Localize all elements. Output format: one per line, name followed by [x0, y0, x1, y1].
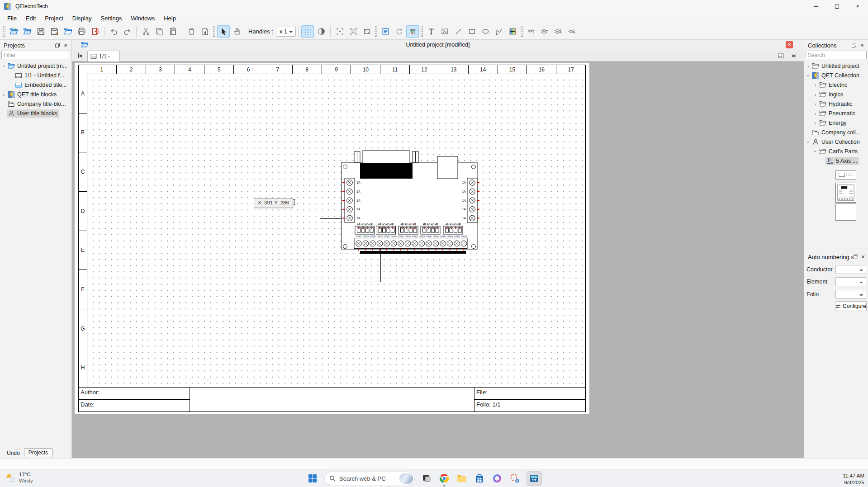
project-item-1-1-untitled-f[interactable]: ›1/1 - Untitled f... — [0, 71, 71, 80]
collection-item-untitled-project[interactable]: ›Untitled project — [804, 61, 868, 71]
float-panel-icon[interactable] — [853, 253, 860, 261]
menu-file[interactable]: File — [3, 14, 21, 23]
select-visible-button[interactable] — [333, 25, 346, 38]
menu-help[interactable]: Help — [159, 14, 180, 23]
paste-button[interactable] — [166, 25, 179, 38]
menu-display[interactable]: Display — [68, 14, 96, 23]
copilot-icon[interactable] — [491, 473, 503, 484]
bring-front-button[interactable] — [525, 25, 537, 38]
taskbar-clock[interactable]: 11:47 AM 9/4/2025 — [843, 473, 864, 486]
open-file-button[interactable] — [62, 25, 74, 38]
chevron-down-icon[interactable]: › — [1, 63, 7, 69]
float-panel-icon[interactable] — [53, 41, 62, 49]
tab-projects[interactable]: Projects — [24, 448, 52, 457]
close-panel-icon[interactable]: × — [858, 41, 866, 49]
chevron-right-icon[interactable]: › — [805, 63, 811, 69]
background-toggle-button[interactable] — [315, 25, 327, 38]
taskbar-search[interactable]: Search web & PC — [324, 472, 415, 485]
close-panel-icon[interactable]: × — [859, 253, 867, 261]
first-folio-icon[interactable]: ◀ — [76, 52, 84, 59]
folio-size-icon[interactable] — [777, 52, 784, 59]
select-invert-button[interactable] — [360, 25, 373, 38]
collection-item-electric[interactable]: ›Electric — [804, 80, 868, 90]
part-thumbnail-3[interactable] — [835, 203, 856, 221]
chevron-right-icon[interactable]: › — [812, 82, 818, 88]
toolbar-drag-handle[interactable] — [3, 26, 5, 37]
configure-button[interactable]: Configure — [835, 301, 867, 311]
snipping-tool-icon[interactable] — [509, 473, 521, 484]
selection-tool-button[interactable] — [217, 25, 230, 38]
active-app-icon[interactable] — [526, 471, 542, 486]
chrome-icon[interactable] — [438, 473, 450, 484]
menu-edit[interactable]: Edit — [21, 14, 40, 23]
add-terminal-button[interactable] — [506, 25, 519, 38]
last-folio-icon[interactable]: ▶ — [791, 52, 798, 59]
maximize-button[interactable] — [826, 0, 847, 13]
task-view-icon[interactable] — [421, 473, 432, 484]
delete-button[interactable] — [185, 25, 198, 38]
lower-button[interactable] — [552, 25, 564, 38]
new-project-button[interactable] — [7, 25, 20, 38]
add-ellipse-button[interactable] — [479, 25, 492, 38]
tab-undo[interactable]: Undo — [3, 449, 24, 457]
chevron-down-icon[interactable]: › — [813, 148, 818, 154]
breakout-board-element[interactable]: 1A1A1A1A1A1A1A1A1A1A1B 1A 2A 2B1B 1A 2A … — [317, 149, 479, 255]
toolbar-drag-handle[interactable] — [213, 26, 215, 37]
grid-toggle-button[interactable] — [301, 25, 314, 38]
cut-button[interactable] — [139, 25, 152, 38]
subwindow-close-icon[interactable]: ✕ — [786, 41, 793, 48]
terminal-strip-button[interactable] — [406, 25, 419, 38]
save-as-button[interactable] — [48, 25, 61, 38]
toolbar-drag-handle[interactable] — [375, 26, 377, 37]
collection-item-5-axis[interactable]: ›5 Axis ... — [804, 156, 868, 165]
tab-folio-1[interactable]: 1/1 - — [87, 51, 120, 61]
start-button[interactable] — [307, 473, 318, 484]
project-item-qet-title-blocks[interactable]: ›QET title blocks — [0, 90, 71, 99]
send-back-button[interactable] — [565, 25, 578, 38]
collection-item-company-coll[interactable]: ›Company coll... — [804, 128, 868, 137]
print-button[interactable] — [75, 25, 88, 38]
collection-item-hydraulic[interactable]: ›Hydraulic — [804, 99, 868, 109]
add-line-button[interactable] — [452, 25, 465, 38]
conductor-select[interactable] — [835, 265, 866, 274]
chevron-right-icon[interactable]: › — [812, 101, 818, 107]
rotate-button[interactable] — [393, 25, 405, 38]
chevron-right-icon[interactable]: › — [812, 111, 818, 116]
add-rectangle-button[interactable] — [465, 25, 478, 38]
collection-item-logics[interactable]: ›logics — [804, 90, 868, 99]
project-item-embedded-title[interactable]: ›Embedded title... — [0, 80, 71, 90]
conductor-numbering-button[interactable] — [379, 25, 392, 38]
add-polyline-button[interactable] — [493, 25, 505, 38]
toolbar-drag-handle[interactable] — [521, 26, 523, 37]
menu-settings[interactable]: Settings — [96, 14, 126, 23]
title-block[interactable]: Author: Date: File: Folio: 1/1 — [79, 387, 585, 411]
project-item-company-title-blo[interactable]: ›Company title-blo... — [0, 99, 71, 109]
menu-project[interactable]: Project — [40, 14, 67, 23]
float-panel-icon[interactable] — [850, 41, 858, 49]
save-button[interactable] — [34, 25, 47, 38]
handles-select[interactable]: x 1 — [276, 27, 296, 37]
filter-input[interactable] — [1, 51, 70, 59]
add-image-button[interactable] — [438, 25, 451, 38]
pan-tool-button[interactable] — [231, 25, 243, 38]
close-button[interactable]: × — [847, 0, 868, 13]
chevron-right-icon[interactable]: › — [812, 92, 818, 97]
raise-button[interactable] — [538, 25, 551, 38]
part-thumbnail-2[interactable] — [835, 183, 856, 203]
minimize-button[interactable] — [806, 0, 826, 13]
collection-item-carl-s-parts[interactable]: ›Carl's Parts — [804, 147, 868, 156]
open-project-button[interactable] — [21, 25, 33, 38]
project-item-user-title-blocks[interactable]: ›User title blocks — [0, 109, 71, 118]
select-contents-button[interactable] — [347, 25, 360, 38]
collection-item-user-collection[interactable]: ›User Collection — [804, 137, 868, 147]
taskbar-weather[interactable]: 17°CWindy — [5, 471, 33, 484]
chevron-right-icon[interactable]: › — [1, 92, 7, 97]
add-text-button[interactable] — [425, 25, 437, 38]
chevron-down-icon[interactable]: › — [806, 72, 811, 78]
diagram-viewport[interactable]: 1234567891011121314151617 ABCDEFGH Autho… — [72, 61, 804, 458]
export-button[interactable] — [199, 25, 211, 38]
element-select[interactable] — [835, 277, 866, 286]
panel-splitter[interactable] — [804, 249, 868, 249]
undo-button[interactable] — [107, 25, 120, 38]
close-panel-icon[interactable]: × — [62, 41, 70, 49]
